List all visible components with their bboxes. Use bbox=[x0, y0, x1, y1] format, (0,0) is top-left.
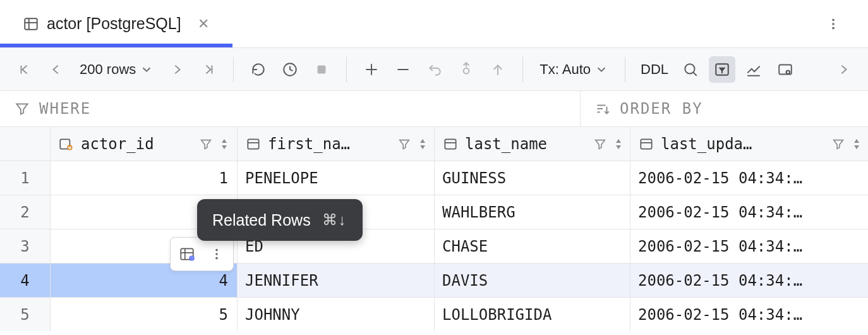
cell-last-name[interactable]: GUINESS bbox=[435, 161, 630, 195]
svg-rect-32 bbox=[445, 139, 455, 149]
row-number[interactable]: 5 bbox=[0, 298, 51, 331]
svg-point-5 bbox=[832, 27, 835, 29]
related-rows-button[interactable] bbox=[174, 241, 200, 267]
refresh-interval-button[interactable] bbox=[277, 56, 303, 83]
table-row[interactable]: 2 WAHLBERG 2006-02-15 04:34:… bbox=[0, 195, 868, 229]
svg-point-4 bbox=[832, 23, 835, 25]
table-row[interactable]: 1 1 PENELOPE GUINESS 2006-02-15 04:34:… bbox=[0, 161, 868, 195]
delete-row-button[interactable] bbox=[390, 56, 416, 83]
order-by-label: ORDER BY bbox=[620, 100, 703, 118]
svg-marker-39 bbox=[854, 145, 859, 149]
cell-last-name[interactable]: CHASE bbox=[435, 229, 630, 263]
cell-last-update[interactable]: 2006-02-15 04:34:… bbox=[630, 195, 868, 229]
svg-point-3 bbox=[832, 18, 835, 21]
editor-tabbar: actor [PostgreSQL] ✕ bbox=[0, 0, 868, 48]
cell-last-name[interactable]: WAHLBERG bbox=[435, 195, 630, 229]
prev-page-button[interactable] bbox=[43, 56, 69, 83]
svg-point-47 bbox=[215, 257, 218, 260]
key-column-icon bbox=[58, 136, 75, 152]
editor-tab-actor[interactable]: actor [PostgreSQL] ✕ bbox=[15, 0, 217, 47]
column-header-first-name[interactable]: first_na… bbox=[238, 127, 435, 161]
last-page-button[interactable] bbox=[195, 56, 222, 83]
cell-first-name[interactable]: JENNIFER bbox=[238, 264, 435, 297]
column-name: last_upda… bbox=[661, 135, 752, 153]
row-number[interactable]: 4 bbox=[0, 264, 51, 297]
svg-marker-27 bbox=[222, 145, 227, 149]
sort-icon[interactable] bbox=[220, 138, 228, 150]
first-page-button[interactable] bbox=[11, 56, 38, 83]
cell-last-update[interactable]: 2006-02-15 04:34:… bbox=[630, 264, 868, 297]
next-page-button[interactable] bbox=[164, 56, 190, 83]
ddl-button[interactable]: DDL bbox=[637, 56, 672, 83]
where-filter[interactable]: WHERE bbox=[0, 91, 581, 126]
filter-bar: WHERE ORDER BY bbox=[0, 91, 868, 126]
column-icon bbox=[442, 136, 459, 152]
cell-actor-id[interactable]: 1 bbox=[51, 161, 238, 195]
cell-first-name[interactable]: PENELOPE bbox=[238, 161, 435, 195]
svg-rect-9 bbox=[318, 65, 326, 73]
table-row[interactable]: 3 ED CHASE 2006-02-15 04:34:… bbox=[0, 229, 868, 263]
cell-last-update[interactable]: 2006-02-15 04:34:… bbox=[630, 161, 868, 195]
table-row[interactable]: 5 5 JOHNNY LOLLOBRIGIDA 2006-02-15 04:34… bbox=[0, 297, 868, 331]
revert-button[interactable] bbox=[421, 56, 448, 83]
refresh-button[interactable] bbox=[245, 56, 272, 83]
sort-icon[interactable] bbox=[615, 138, 622, 150]
cell-last-update[interactable]: 2006-02-15 04:34:… bbox=[630, 298, 868, 331]
sort-icon[interactable] bbox=[419, 138, 426, 150]
submit-button[interactable] bbox=[485, 56, 511, 83]
sort-icon[interactable] bbox=[853, 138, 860, 150]
table-icon bbox=[23, 16, 39, 32]
cell-last-name[interactable]: LOLLOBRIGIDA bbox=[435, 298, 630, 331]
tooltip-label: Related Rows bbox=[212, 211, 311, 229]
chart-view-button[interactable] bbox=[740, 56, 767, 83]
filter-icon[interactable] bbox=[831, 137, 845, 151]
tooltip-related-rows: Related Rows ⌘↓ bbox=[197, 199, 363, 241]
cancel-query-button[interactable] bbox=[308, 56, 335, 83]
toolbar-separator bbox=[233, 57, 234, 82]
cell-last-name[interactable]: DAVIS bbox=[435, 264, 630, 297]
row-number[interactable]: 1 bbox=[0, 161, 51, 195]
order-by-filter[interactable]: ORDER BY bbox=[581, 91, 868, 126]
filter-panel-button[interactable] bbox=[709, 56, 735, 83]
commit-button[interactable] bbox=[453, 56, 479, 83]
column-header-last-name[interactable]: last_name bbox=[435, 127, 630, 161]
row-number[interactable]: 2 bbox=[0, 195, 51, 229]
filter-icon[interactable] bbox=[593, 137, 607, 151]
sort-icon bbox=[594, 100, 611, 117]
cell-actions-popup bbox=[170, 237, 234, 271]
close-icon[interactable]: ✕ bbox=[198, 16, 209, 32]
view-mode-button[interactable] bbox=[772, 56, 799, 83]
filter-icon[interactable] bbox=[397, 137, 411, 151]
column-header-last-update[interactable]: last_upda… bbox=[630, 127, 868, 161]
column-icon bbox=[638, 136, 654, 152]
svg-marker-34 bbox=[616, 139, 621, 143]
svg-marker-30 bbox=[420, 139, 425, 143]
tx-mode-dropdown[interactable]: Tx: Auto bbox=[534, 61, 613, 78]
svg-marker-35 bbox=[616, 145, 621, 149]
rows-pager-dropdown[interactable]: 200 rows bbox=[75, 61, 159, 78]
editor-tab-title: actor [PostgreSQL] bbox=[47, 15, 181, 33]
column-name: actor_id bbox=[81, 135, 154, 153]
expand-button[interactable] bbox=[830, 56, 857, 83]
more-actions-button[interactable] bbox=[204, 241, 229, 267]
svg-rect-36 bbox=[641, 139, 651, 149]
add-row-button[interactable] bbox=[358, 56, 385, 83]
ddl-label: DDL bbox=[641, 61, 668, 78]
column-name: first_na… bbox=[268, 135, 350, 153]
filter-icon[interactable] bbox=[199, 137, 213, 151]
table-row[interactable]: 4 4 JENNIFER DAVIS 2006-02-15 04:34:… bbox=[0, 263, 868, 297]
row-number[interactable]: 3 bbox=[0, 229, 51, 263]
kebab-menu-icon[interactable] bbox=[820, 11, 847, 37]
column-header-actor-id[interactable]: actor_id bbox=[51, 127, 238, 161]
svg-line-16 bbox=[693, 72, 696, 75]
cell-last-update[interactable]: 2006-02-15 04:34:… bbox=[630, 229, 868, 263]
cell-actor-id[interactable]: 5 bbox=[51, 298, 238, 331]
toolbar-separator bbox=[522, 57, 523, 82]
cell-first-name[interactable]: JOHNNY bbox=[238, 298, 435, 331]
grid-header-row: actor_id first_na… bbox=[0, 126, 868, 161]
svg-marker-31 bbox=[420, 145, 425, 149]
search-button[interactable] bbox=[677, 56, 704, 83]
svg-marker-38 bbox=[854, 139, 859, 143]
row-header-corner[interactable] bbox=[0, 127, 51, 161]
active-tab-indicator bbox=[0, 44, 232, 47]
